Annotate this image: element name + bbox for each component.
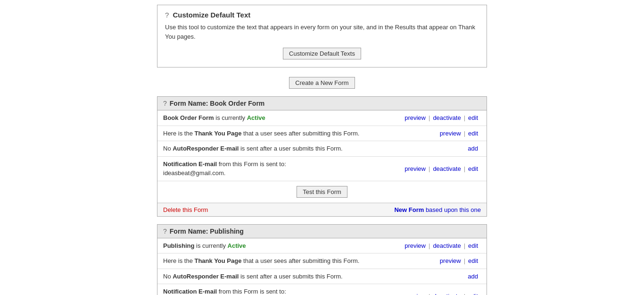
autoresponder-bold-publishing: AutoResponder E-mail bbox=[173, 273, 239, 280]
action-preview-publishing-1[interactable]: preview bbox=[437, 257, 464, 264]
create-form-wrap: Create a New Form bbox=[157, 77, 487, 89]
action-deactivate-publishing-0[interactable]: deactivate bbox=[430, 242, 463, 249]
thankyou-bold-publishing: Thank You Page bbox=[194, 257, 241, 264]
form-row-book-order-0: Book Order Form is currently Activeprevi… bbox=[157, 110, 487, 126]
notification-bold-book-order: Notification E-mail bbox=[163, 160, 217, 168]
form-header-title-publishing: Form Name: Publishing bbox=[170, 228, 244, 235]
form-row-content-book-order-3: Notification E-mail from this Form is se… bbox=[163, 160, 402, 178]
customize-box-title: ? Customize Default Text bbox=[165, 11, 479, 19]
form-card-footer-book-order: Delete this FormNew Form based upon this… bbox=[157, 203, 487, 216]
forms-container: ?Form Name: Book Order FormBook Order Fo… bbox=[157, 96, 487, 295]
form-row-actions-publishing-0: preview|deactivate|edit bbox=[402, 242, 481, 249]
notification-bold-publishing: Notification E-mail bbox=[163, 288, 217, 295]
form-row-publishing-2: No AutoResponder E-mail is sent after a … bbox=[157, 269, 487, 285]
form-row-publishing-0: Publishing is currently Activepreview|de… bbox=[157, 238, 487, 254]
action-preview-book-order-0[interactable]: preview bbox=[402, 114, 429, 121]
action-preview-publishing-0[interactable]: preview bbox=[402, 242, 429, 249]
form-row-actions-book-order-2: add bbox=[465, 145, 481, 152]
new-form-link-book-order[interactable]: New Form based upon this one bbox=[394, 206, 481, 213]
test-form-row-book-order: Test this Form bbox=[157, 181, 487, 203]
form-row-content-publishing-2: No AutoResponder E-mail is sent after a … bbox=[163, 272, 465, 281]
test-form-button-book-order[interactable]: Test this Form bbox=[297, 186, 347, 198]
customize-box: ? Customize Default Text Use this tool t… bbox=[157, 5, 487, 67]
form-row-actions-book-order-0: preview|deactivate|edit bbox=[402, 114, 481, 121]
customize-question-mark: ? bbox=[165, 11, 169, 19]
customize-title-text: Customize Default Text bbox=[173, 11, 251, 19]
action-deactivate-book-order-0[interactable]: deactivate bbox=[430, 114, 463, 121]
form-card-header-book-order: ?Form Name: Book Order Form bbox=[157, 97, 487, 110]
action-preview-book-order-1[interactable]: preview bbox=[437, 130, 464, 137]
form-header-title-book-order: Form Name: Book Order Form bbox=[170, 100, 264, 107]
action-edit-publishing-1[interactable]: edit bbox=[465, 257, 481, 264]
form-name-bold-book-order: Book Order Form bbox=[163, 114, 214, 121]
new-form-suffix-book-order: based upon this one bbox=[424, 206, 481, 213]
action-preview-book-order-3[interactable]: preview bbox=[402, 165, 429, 172]
content-area: ? Customize Default Text Use this tool t… bbox=[157, 0, 487, 295]
form-row-actions-book-order-3: preview|deactivate|edit bbox=[402, 165, 481, 172]
action-edit-book-order-0[interactable]: edit bbox=[465, 114, 481, 121]
action-preview-publishing-3[interactable]: preview bbox=[402, 293, 429, 295]
customize-default-texts-button[interactable]: Customize Default Texts bbox=[283, 48, 361, 59]
form-card-header-publishing: ?Form Name: Publishing bbox=[157, 225, 487, 238]
form-row-content-publishing-1: Here is the Thank You Page that a user s… bbox=[163, 256, 437, 266]
form-card-publishing: ?Form Name: PublishingPublishing is curr… bbox=[157, 224, 487, 295]
action-deactivate-book-order-3[interactable]: deactivate bbox=[430, 165, 463, 172]
create-new-form-button[interactable]: Create a New Form bbox=[289, 77, 355, 89]
form-row-content-publishing-3: Notification E-mail from this Form is se… bbox=[163, 287, 402, 295]
form-row-actions-publishing-2: add bbox=[465, 273, 481, 280]
customize-box-description: Use this tool to customize the text that… bbox=[165, 23, 479, 41]
form-row-book-order-3: Notification E-mail from this Form is se… bbox=[157, 157, 487, 181]
action-edit-publishing-0[interactable]: edit bbox=[465, 242, 481, 249]
form-row-content-book-order-1: Here is the Thank You Page that a user s… bbox=[163, 129, 437, 138]
form-row-book-order-1: Here is the Thank You Page that a user s… bbox=[157, 126, 487, 142]
form-row-book-order-2: No AutoResponder E-mail is sent after a … bbox=[157, 141, 487, 157]
page-wrapper: ? Customize Default Text Use this tool t… bbox=[0, 0, 644, 295]
action-deactivate-publishing-3[interactable]: deactivate bbox=[430, 293, 463, 295]
form-row-actions-publishing-3: preview|deactivate|edit bbox=[402, 293, 481, 295]
action-edit-book-order-1[interactable]: edit bbox=[465, 130, 481, 137]
form-row-publishing-1: Here is the Thank You Page that a user s… bbox=[157, 253, 487, 269]
delete-form-link-book-order[interactable]: Delete this Form bbox=[163, 206, 208, 213]
form-row-actions-publishing-1: preview|edit bbox=[437, 257, 481, 264]
form-question-mark-book-order: ? bbox=[163, 100, 167, 107]
status-active-publishing: Active bbox=[228, 242, 246, 249]
action-add-publishing-2[interactable]: add bbox=[465, 273, 481, 280]
notification-email-book-order: ideasbeat@gmail.com. bbox=[163, 169, 225, 177]
thankyou-bold-book-order: Thank You Page bbox=[194, 130, 241, 137]
form-name-bold-publishing: Publishing bbox=[163, 242, 194, 249]
form-row-content-book-order-2: No AutoResponder E-mail is sent after a … bbox=[163, 144, 465, 153]
form-row-actions-book-order-1: preview|edit bbox=[437, 130, 481, 137]
form-row-content-book-order-0: Book Order Form is currently Active bbox=[163, 113, 402, 123]
new-form-bold-book-order: New Form bbox=[394, 206, 424, 213]
form-card-book-order: ?Form Name: Book Order FormBook Order Fo… bbox=[157, 96, 487, 217]
autoresponder-bold-book-order: AutoResponder E-mail bbox=[173, 145, 239, 152]
form-row-publishing-3: Notification E-mail from this Form is se… bbox=[157, 284, 487, 295]
action-edit-book-order-3[interactable]: edit bbox=[465, 165, 481, 172]
action-add-book-order-2[interactable]: add bbox=[465, 145, 481, 152]
status-active-book-order: Active bbox=[247, 114, 265, 121]
customize-button-wrap: Customize Default Texts bbox=[165, 48, 479, 59]
action-edit-publishing-3[interactable]: edit bbox=[465, 293, 481, 295]
form-question-mark-publishing: ? bbox=[163, 228, 167, 235]
form-row-content-publishing-0: Publishing is currently Active bbox=[163, 241, 402, 251]
